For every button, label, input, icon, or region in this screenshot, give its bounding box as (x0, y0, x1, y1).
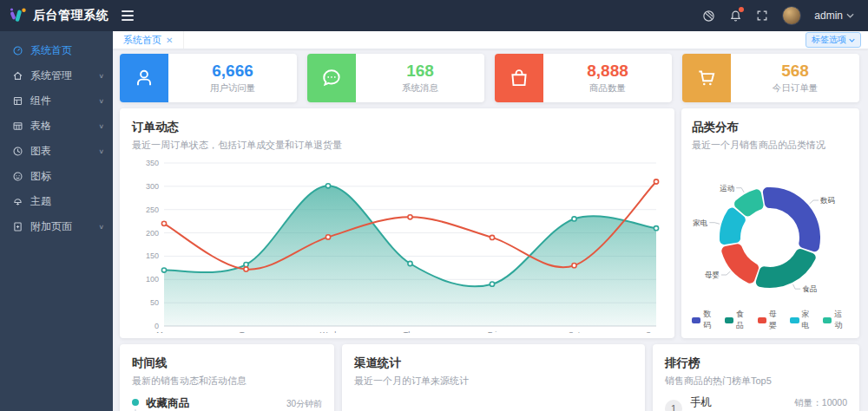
sidebar-item-label: 图表 (30, 144, 91, 159)
notification-badge (739, 7, 744, 12)
dashboard-icon (12, 45, 23, 56)
svg-text:Sat: Sat (569, 330, 581, 333)
order-chart-title: 订单动态 (132, 120, 662, 135)
chevron-down-icon: ∨ (98, 224, 104, 231)
tab-label: 系统首页 (123, 34, 161, 47)
stat-card-visits: 6,666 用户访问量 (120, 54, 297, 102)
channel-subtitle: 最近一个月的订单来源统计 (354, 375, 633, 388)
ranking-title: 排行榜 (665, 356, 847, 371)
sidebar-item-label: 主题 (30, 194, 104, 209)
message-icon (307, 54, 356, 102)
legend-item[interactable]: 家电 (790, 309, 816, 331)
rank-name: 手机 (690, 395, 712, 410)
chevron-down-icon (846, 13, 854, 18)
collapse-menu-button[interactable] (118, 7, 137, 24)
table-icon (12, 121, 23, 132)
svg-text:母婴: 母婴 (705, 271, 720, 279)
stat-label: 商品数量 (589, 82, 626, 95)
chevron-down-icon: ∨ (98, 98, 104, 105)
legend-item[interactable]: 母婴 (758, 309, 784, 331)
sidebar-item-charts[interactable]: 图表∨ (0, 139, 113, 164)
stat-value: 568 (781, 62, 809, 81)
svg-text:Mon: Mon (156, 330, 172, 333)
order-chart-svg: 050100150200250300350MonTueWedThuFriSatS… (132, 157, 662, 333)
sidebar-item-label: 系统首页 (30, 43, 104, 58)
svg-text:运动: 运动 (720, 184, 734, 192)
tab-options-label: 标签选项 (812, 34, 846, 46)
legend-item[interactable]: 食品 (725, 309, 751, 331)
stat-label: 用户访问量 (210, 82, 256, 95)
chevron-down-icon: ∨ (98, 123, 104, 130)
svg-text:200: 200 (146, 229, 159, 238)
timeline-item: 收藏商品 30分钟前 xxx收藏了你的商品，就是不买 (132, 396, 322, 411)
chart-icon (12, 146, 23, 157)
main-content: 6,666 用户访问量 168 系统消息 8,888 商品数量 (113, 49, 868, 411)
bag-icon (495, 54, 543, 102)
stat-label: 今日订单量 (773, 82, 819, 95)
order-chart-card: 订单动态 最近一周订单状态，包括订单成交量和订单退货量 050100150200… (120, 108, 674, 338)
tab-dashboard[interactable]: 系统首页 ✕ (113, 31, 184, 49)
legend-item[interactable]: 运动 (823, 309, 849, 331)
home-icon (12, 70, 23, 82)
order-chart-subtitle: 最近一周订单状态，包括订单成交量和订单退货量 (132, 139, 662, 152)
svg-text:Fri: Fri (488, 330, 497, 333)
user-menu[interactable]: admin (814, 10, 854, 22)
sidebar-item-tables[interactable]: 表格∨ (0, 114, 113, 139)
username-label: admin (814, 10, 843, 22)
fullscreen-icon[interactable] (755, 9, 769, 23)
timeline-card: 时间线 最新的销售动态和活动信息 收藏商品 30分钟前 xxx收藏了你的商品，就… (120, 344, 334, 411)
bell-icon[interactable] (728, 9, 742, 23)
sidebar-item-label: 组件 (30, 94, 91, 108)
rank-badge: 1 (665, 400, 682, 411)
user-avatar[interactable] (782, 6, 801, 25)
svg-text:0: 0 (155, 322, 159, 330)
category-chart-card: 品类分布 最近一个月销售商品的品类情况 数码食品母婴家电运动 数码 食品 母婴 … (681, 108, 859, 338)
channel-card: 渠道统计 最近一个月的订单来源统计 (342, 344, 645, 411)
sidebar-item-icons[interactable]: 图标 (0, 164, 113, 189)
close-icon[interactable]: ✕ (166, 36, 173, 45)
stat-card-goods: 8,888 商品数量 (495, 54, 672, 102)
category-legend: 数码 食品 母婴 家电 运动 (692, 309, 849, 331)
svg-text:250: 250 (146, 206, 159, 214)
ranking-item: 1 手机 销量：10000 (665, 395, 847, 411)
svg-text:100: 100 (146, 275, 159, 284)
legend-item[interactable]: 数码 (692, 309, 718, 331)
chevron-down-icon: ∨ (98, 148, 104, 155)
category-chart-svg: 数码食品母婴家电运动 (692, 153, 849, 307)
app-logo: 后台管理系统 (0, 7, 113, 24)
ranking-card: 排行榜 销售商品的热门榜单Top5 1 手机 销量：10000 (653, 344, 859, 411)
pages-icon (12, 221, 23, 232)
chevron-down-icon: ∨ (98, 73, 104, 80)
svg-text:Wed: Wed (320, 330, 336, 333)
sidebar-item-label: 附加页面 (30, 219, 91, 234)
sidebar-item-theme[interactable]: 主题 (0, 189, 113, 214)
user-icon (120, 54, 168, 102)
ranking-subtitle: 销售商品的热门榜单Top5 (665, 375, 847, 388)
sidebar-item-components[interactable]: 组件∨ (0, 88, 113, 114)
svg-text:食品: 食品 (802, 284, 817, 293)
category-chart-title: 品类分布 (692, 120, 849, 135)
sidebar-item-label: 表格 (30, 119, 91, 134)
sidebar-item-label: 图标 (30, 169, 104, 184)
icons-icon (12, 171, 23, 182)
tab-options-button[interactable]: 标签选项 (806, 32, 861, 48)
logo-icon (9, 7, 28, 24)
timeline-title: 时间线 (132, 356, 322, 371)
svg-text:Tue: Tue (240, 330, 253, 333)
cart-icon (682, 54, 731, 102)
stat-label: 系统消息 (402, 82, 438, 95)
category-chart-subtitle: 最近一个月销售商品的品类情况 (692, 139, 849, 152)
sidebar: 系统首页 系统管理∨ 组件∨ 表格∨ 图表∨ 图标 主题 附加页面∨ (0, 31, 113, 411)
language-icon[interactable] (701, 9, 715, 23)
tab-bar: 系统首页 ✕ 标签选项 (113, 31, 868, 49)
components-icon (12, 95, 23, 107)
sidebar-item-system[interactable]: 系统管理∨ (0, 63, 113, 88)
svg-text:家电: 家电 (693, 219, 708, 227)
sidebar-item-pages[interactable]: 附加页面∨ (0, 214, 113, 239)
sidebar-item-label: 系统管理 (30, 68, 91, 83)
app-title: 后台管理系统 (33, 8, 108, 23)
theme-icon (12, 196, 23, 207)
sidebar-item-dashboard[interactable]: 系统首页 (0, 38, 113, 63)
svg-text:150: 150 (146, 251, 159, 260)
svg-text:350: 350 (146, 159, 159, 167)
